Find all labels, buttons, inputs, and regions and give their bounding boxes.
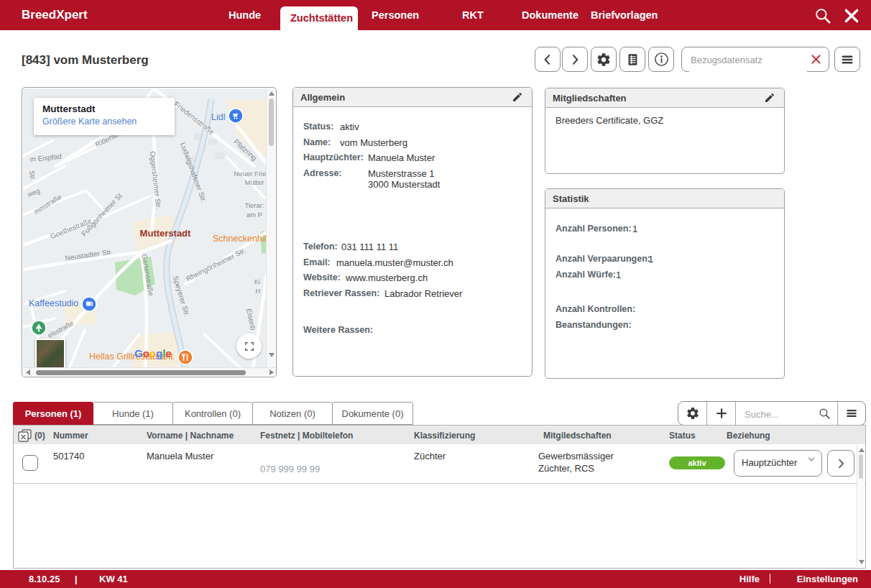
edit-mitgliedschaften-button[interactable] — [764, 91, 777, 104]
table-settings-button[interactable] — [678, 402, 707, 425]
poi-label-kaffeestudio: Kaffeestudio — [29, 298, 78, 308]
row-checkbox[interactable] — [22, 455, 38, 471]
scroll-up-arrow-icon[interactable] — [269, 91, 275, 96]
table-search-input[interactable] — [743, 405, 818, 423]
column-header-klassifizierung[interactable]: Klassifizierung — [414, 431, 475, 441]
page-title: [843] vom Musterberg — [22, 53, 149, 68]
page-menu-button[interactable] — [834, 47, 860, 72]
nav-tab-hunde[interactable]: Hunde — [229, 0, 261, 30]
satellite-view-thumbnail[interactable] — [35, 339, 65, 369]
map-fullscreen-button[interactable] — [236, 334, 262, 359]
next-record-button[interactable] — [562, 47, 588, 72]
breedxpert-window: BreedXpert Hunde Zuchtstätten Personen R… — [0, 0, 871, 588]
restaurant-poi-icon[interactable] — [178, 350, 193, 364]
google-map[interactable]: Friedensstraße Ritterstraße Oggersheimer… — [23, 88, 267, 369]
nav-tab-zuchtstaetten[interactable]: Zuchtstätten — [280, 6, 358, 35]
selection-count: (0) — [34, 431, 45, 441]
beziehung-selected-value: Hauptzüchter — [742, 457, 797, 468]
larger-map-link[interactable]: Größere Karte ansehen — [42, 116, 166, 127]
table-vertical-scrollbar[interactable] — [857, 445, 865, 567]
reference-record-input[interactable] — [689, 48, 807, 72]
previous-record-button[interactable] — [535, 47, 561, 72]
park-poi-icon[interactable] — [32, 321, 46, 335]
field-label: Retriever Rassen: — [303, 288, 379, 298]
close-icon[interactable] — [842, 6, 861, 25]
scroll-down-arrow-icon[interactable] — [269, 353, 275, 357]
scroll-right-arrow-icon[interactable] — [269, 369, 274, 375]
street-label: Mutter — [245, 178, 264, 186]
scrollbar-thumb[interactable] — [859, 454, 863, 479]
statistik-panel-title: Statistik — [553, 193, 589, 204]
mitgliedschaften-value: Breeders Certificate, GGZ — [545, 108, 784, 133]
table-search-field — [736, 402, 838, 425]
plus-icon — [714, 406, 729, 421]
map-vertical-scrollbar[interactable] — [266, 88, 275, 369]
tab-hunde[interactable]: Hunde (1) — [93, 402, 173, 425]
clear-reference-icon[interactable] — [810, 53, 822, 65]
field-value: vom Musterberg — [340, 137, 407, 148]
edit-allgemein-button[interactable] — [512, 91, 525, 104]
column-header-status[interactable]: Status — [669, 431, 696, 441]
column-header-name[interactable]: Vorname | Nachname — [147, 431, 234, 441]
tab-personen[interactable]: Personen (1) — [13, 402, 93, 425]
map-horizontal-scrollbar[interactable] — [23, 367, 277, 376]
column-header-beziehung[interactable]: Beziehung — [727, 431, 770, 441]
column-header-nummer[interactable]: Nummer — [53, 431, 88, 441]
scrollbar-thumb[interactable] — [36, 370, 246, 375]
chevron-down-icon — [806, 454, 816, 464]
gear-icon — [686, 406, 700, 421]
shopping-cart-poi-icon[interactable] — [229, 109, 243, 123]
search-icon[interactable] — [818, 407, 831, 423]
field-label: Adresse: — [303, 168, 342, 178]
settings-button[interactable] — [591, 47, 617, 72]
clear-selection-icon[interactable] — [18, 429, 32, 444]
street-label: Oggersheimer Str. — [149, 151, 162, 210]
reference-record-field — [681, 47, 829, 72]
allgemein-panel-title: Allgemein — [300, 92, 345, 103]
stat-label: Anzahl Kontrollen: — [556, 304, 635, 314]
map-info-card: Mutterstadt Größere Karte ansehen — [34, 98, 175, 135]
cafe-poi-icon[interactable] — [82, 297, 96, 311]
field-label: Telefon: — [303, 242, 338, 252]
tab-dokumente[interactable]: Dokumente (0) — [332, 402, 413, 425]
info-button[interactable] — [648, 47, 674, 72]
nav-tab-personen[interactable]: Personen — [372, 0, 419, 30]
chevron-left-icon — [540, 52, 555, 67]
map-panel: Friedensstraße Ritterstraße Oggersheimer… — [22, 87, 277, 377]
search-icon[interactable] — [814, 6, 832, 25]
hamburger-icon — [839, 52, 855, 68]
stat-label: Anzahl Personen: — [556, 224, 632, 234]
nav-tab-dokumente[interactable]: Dokumente — [522, 0, 579, 30]
scroll-down-arrow-icon[interactable] — [859, 560, 865, 564]
table-body: 501740 Manuela Muster 079 999 99 99 Züch… — [13, 444, 866, 569]
stat-value: 1 — [616, 270, 621, 280]
scroll-left-arrow-icon[interactable] — [26, 369, 30, 375]
open-record-button[interactable] — [827, 450, 854, 477]
settings-link[interactable]: Einstellungen — [797, 574, 858, 584]
town-label: Mutterstadt — [140, 228, 191, 239]
tab-kontrollen[interactable]: Kontrollen (0) — [172, 402, 253, 425]
nav-tab-briefvorlagen[interactable]: Briefvorlagen — [591, 0, 658, 30]
field-value: 3000 Musterstadt — [368, 179, 440, 190]
table-menu-button[interactable] — [838, 402, 865, 425]
nav-tab-rkt[interactable]: RKT — [462, 0, 484, 30]
status-badge: aktiv — [669, 456, 725, 469]
column-header-mitgliedschaften[interactable]: Mitgiledschaften — [543, 431, 612, 441]
poi-label-schneckenhaus: Schneckenhä — [213, 234, 267, 244]
beziehung-dropdown[interactable]: Hauptzüchter — [734, 450, 822, 477]
add-person-button[interactable] — [707, 402, 736, 425]
cell-mobiltelefon: 079 999 99 99 — [260, 464, 320, 474]
scroll-up-arrow-icon[interactable] — [859, 448, 865, 452]
statistik-panel-header: Statistik — [545, 189, 784, 208]
scrollbar-thumb[interactable] — [269, 98, 274, 146]
tab-notizen[interactable]: Notizen (0) — [252, 402, 333, 425]
field-value: Labrador Retriever — [384, 288, 462, 299]
street-label: Eisenb — [245, 308, 257, 331]
report-button[interactable] — [619, 47, 645, 72]
column-header-telefon[interactable]: Festnetz | Mobiltelefon — [260, 431, 353, 441]
table-row[interactable]: 501740 Manuela Muster 079 999 99 99 Züch… — [14, 444, 865, 484]
cell-name: Manuela Muster — [147, 451, 213, 461]
help-link[interactable]: Hilfe — [739, 574, 760, 584]
allgemein-panel: Allgemein Status:aktiv Name:vom Musterbe… — [292, 87, 533, 377]
fullscreen-icon — [244, 341, 255, 352]
